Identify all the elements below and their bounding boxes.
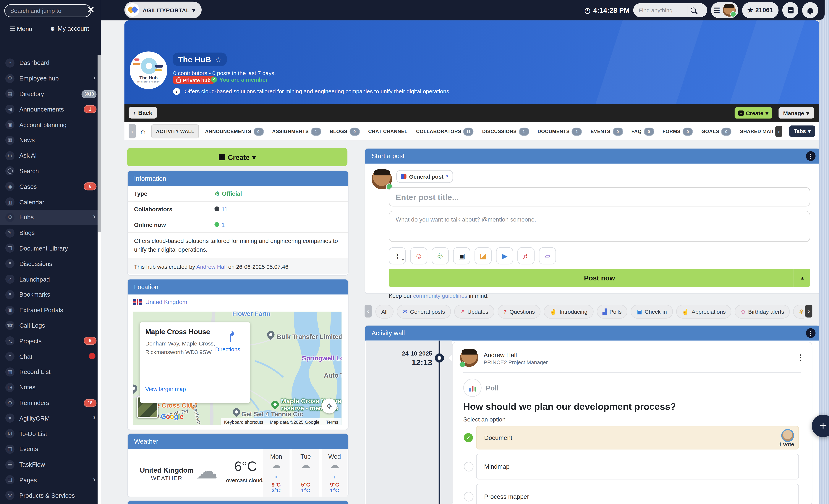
sidebar-item-reminders[interactable]: ◷Reminders18 (0, 395, 101, 410)
image-icon[interactable]: ◪ (474, 247, 492, 264)
sidebar-item-launchpad[interactable]: ↗Launchpad (0, 272, 101, 287)
tab-discussions[interactable]: DISCUSSIONS1 (479, 123, 532, 139)
sidebar-item-bookmarks[interactable]: ⚑Bookmarks (0, 287, 101, 302)
community-guidelines-link[interactable]: community guidelines (413, 292, 467, 299)
directions-link[interactable]: Directions (215, 346, 240, 352)
emoji-icon[interactable]: ☺ (410, 247, 427, 264)
sidebar-item-discussions[interactable]: ❝Discussions (0, 256, 101, 272)
manage-button[interactable]: Manage▾ (778, 107, 814, 118)
filter-questions[interactable]: ?Questions (498, 304, 541, 319)
menu-button[interactable]: ☰ Menu (10, 25, 32, 33)
tab-events[interactable]: EVENTS0 (588, 123, 625, 139)
sidebar-item-account-planning[interactable]: ▣Account planning (0, 117, 101, 133)
filter-updates[interactable]: ↗Updates (454, 304, 494, 319)
sidebar-item-chat[interactable]: ❞Chat (0, 349, 101, 364)
audio-icon[interactable]: ♬ (517, 247, 535, 264)
notifications-button[interactable] (802, 2, 818, 19)
tab-shared-mailbox[interactable]: SHARED MAILBOX0 (737, 123, 773, 139)
google-map[interactable]: Flower Farm Bulk Transfer Limited Spring… (133, 312, 342, 425)
sidebar-item-hubs[interactable]: ⚇Hubs› (0, 210, 101, 225)
filter-check-in[interactable]: ▣Check-in (631, 304, 673, 319)
search-icon[interactable] (691, 7, 696, 13)
post-title-input[interactable] (389, 187, 810, 207)
left-create-button[interactable]: +Create▾ (127, 148, 348, 166)
post-body-input[interactable] (389, 211, 810, 242)
sidebar-item-dashboard[interactable]: ⌂Dashboard (0, 55, 101, 71)
sidebar-item-record-list[interactable]: ▧Record List (0, 364, 101, 380)
terms-link[interactable]: Terms (326, 419, 338, 425)
collaborators-link[interactable]: 11 (221, 206, 227, 212)
tab-collaborators[interactable]: COLLABORATORS11 (413, 123, 476, 139)
sidebar-item-notes[interactable]: ◳Notes (0, 380, 101, 395)
tab-chat-channel[interactable]: CHAT CHANNEL (366, 125, 410, 138)
sidebar-item-document-library[interactable]: ❏Document Library (0, 241, 101, 256)
panel-menu-button[interactable]: ⋮ (806, 328, 816, 338)
creator-link[interactable]: Andrew Hall (196, 263, 227, 270)
post-type-dropdown[interactable]: General post▾ (396, 170, 453, 183)
tab-documents[interactable]: DOCUMENTS1 (535, 123, 585, 139)
tab-forms[interactable]: FORMS0 (660, 123, 696, 139)
tab-blogs[interactable]: BLOGS0 (327, 123, 362, 139)
sidebar-item-todo-list[interactable]: ☑To-Do List (0, 426, 101, 441)
user-menu[interactable]: ☰ (711, 2, 738, 19)
tab-assignments[interactable]: ASSIGNMENTS1 (269, 123, 324, 139)
sidebar-item-search[interactable]: Search (0, 164, 101, 179)
map-pan-control[interactable]: ✥ (322, 398, 337, 413)
country-link[interactable]: United Kingdom (145, 299, 187, 305)
video-icon[interactable]: ▶ (496, 247, 513, 264)
filter-polls[interactable]: ▟Polls (597, 304, 627, 319)
sidebar-item-cases[interactable]: ◉Cases6 (0, 179, 101, 194)
home-tab-icon[interactable]: ⌂ (140, 127, 146, 136)
close-icon[interactable]: ✕ (87, 5, 95, 15)
tab-goals[interactable]: GOALS0 (699, 123, 734, 139)
sidebar-item-projects[interactable]: ⌥Projects5 (0, 333, 101, 349)
tab-faq[interactable]: FAQ0 (629, 123, 657, 139)
tab-announcements[interactable]: ANNOUNCEMENTS0 (202, 123, 266, 139)
filter-general-posts[interactable]: ✉General posts (397, 304, 451, 319)
back-button[interactable]: ‹Back (129, 107, 157, 118)
brand-switcher[interactable]: AGILITYPORTAL ▾ (124, 2, 202, 18)
sidebar-search-input[interactable] (4, 4, 91, 17)
map-icon[interactable]: ▱ (539, 247, 556, 264)
filter-employee-of-the-month[interactable]: ✾Employee of the month (793, 304, 804, 319)
sidebar-item-agilitycrm[interactable]: ▼AgilityCRM› (0, 410, 101, 426)
hub-logo[interactable]: The Hub MARKETING AGENCY (130, 51, 167, 89)
post-now-button[interactable]: Post now▲ (389, 269, 810, 287)
favorite-star-icon[interactable]: ☆ (215, 55, 221, 64)
filter-birthday-alerts[interactable]: ✿Birthday alerts (735, 304, 790, 319)
poll-option-document[interactable]: ✔ Document 1 vote (476, 426, 799, 449)
tabs-scroll-right-button[interactable]: › (775, 126, 782, 137)
attachment-icon[interactable]: ⌇▾ (389, 247, 406, 264)
calendar-button[interactable] (782, 2, 798, 19)
sidebar-item-calendar[interactable]: ▥Calendar (0, 194, 101, 210)
post-author-name[interactable]: Andrew Hall (483, 352, 517, 358)
sidebar-item-announcements[interactable]: ◀Announcements1 (0, 102, 101, 117)
view-larger-map-link[interactable]: View larger map (145, 386, 186, 392)
sidebar-item-ask-ai[interactable]: ☖Ask AI (0, 148, 101, 164)
sidebar-item-employee-hub[interactable]: ⚇Employee hub› (0, 71, 101, 86)
sidebar-item-news[interactable]: ▦News (0, 133, 101, 148)
sidebar-item-products-services[interactable]: ⚒Products & Services (0, 488, 101, 503)
camera-icon[interactable]: ▣ (453, 247, 470, 264)
tabs-menu-button[interactable]: Tabs▾ (789, 125, 815, 137)
create-button[interactable]: +Create▾ (734, 107, 772, 118)
points-badge[interactable]: ★21061 (742, 2, 779, 19)
gif-icon[interactable]: ♧ (432, 247, 449, 264)
panel-menu-button[interactable]: ⋮ (806, 151, 816, 161)
filter-appreciations[interactable]: ☝Appreciations (676, 304, 732, 319)
poll-option-mindmap[interactable]: Mindmap (476, 454, 799, 480)
sidebar-scrollbar[interactable] (98, 55, 101, 504)
sidebar-item-events[interactable]: ◰Events (0, 441, 101, 457)
sidebar-item-taskflow[interactable]: ☰TaskFlow (0, 457, 101, 472)
sidebar-item-call-logs[interactable]: ☎Call Logs (0, 318, 101, 333)
filters-scroll-left-button[interactable]: ‹ (364, 304, 371, 317)
online-link[interactable]: 1 (221, 221, 225, 228)
sidebar-item-blogs[interactable]: ✎Blogs (0, 225, 101, 241)
filters-scroll-right-button[interactable]: › (805, 304, 813, 317)
sidebar-item-pages[interactable]: ❐Pages› (0, 472, 101, 488)
post-author-avatar[interactable] (460, 349, 478, 367)
keyboard-shortcuts-link[interactable]: Keyboard shortcuts (224, 419, 263, 425)
filter-all[interactable]: All (375, 304, 393, 319)
my-account-button[interactable]: ☻ My account (49, 25, 89, 32)
sidebar-item-directory[interactable]: ▤Directory3010 (0, 86, 101, 102)
